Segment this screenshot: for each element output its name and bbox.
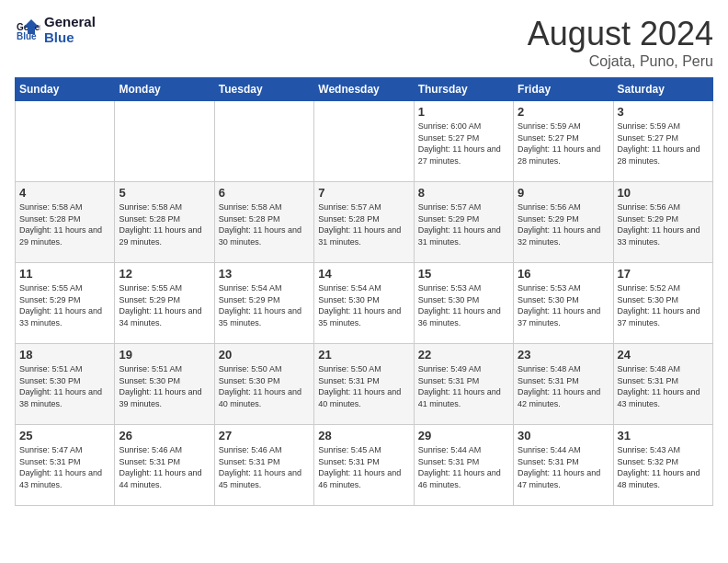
day-number: 25	[19, 429, 110, 442]
page-subtitle: Cojata, Puno, Peru	[528, 53, 713, 70]
day-info: Sunrise: 5:44 AM Sunset: 5:31 PM Dayligh…	[518, 444, 609, 490]
day-info: Sunrise: 5:47 AM Sunset: 5:31 PM Dayligh…	[19, 444, 110, 490]
calendar-cell: 7Sunrise: 5:57 AM Sunset: 5:28 PM Daylig…	[314, 182, 414, 263]
logo-line1: General	[44, 15, 96, 30]
title-block: August 2024 Cojata, Puno, Peru	[528, 15, 713, 70]
calendar-cell: 18Sunrise: 5:51 AM Sunset: 5:30 PM Dayli…	[16, 344, 115, 425]
day-info: Sunrise: 5:56 AM Sunset: 5:29 PM Dayligh…	[518, 201, 609, 247]
calendar-cell: 4Sunrise: 5:58 AM Sunset: 5:28 PM Daylig…	[16, 182, 115, 263]
calendar-week-row: 11Sunrise: 5:55 AM Sunset: 5:29 PM Dayli…	[16, 263, 713, 344]
day-number: 30	[518, 429, 609, 442]
calendar-cell: 2Sunrise: 5:59 AM Sunset: 5:27 PM Daylig…	[514, 101, 613, 182]
day-number: 11	[19, 267, 110, 281]
calendar-cell: 13Sunrise: 5:54 AM Sunset: 5:29 PM Dayli…	[214, 263, 313, 344]
calendar-cell: 28Sunrise: 5:45 AM Sunset: 5:31 PM Dayli…	[314, 425, 414, 506]
day-info: Sunrise: 5:44 AM Sunset: 5:31 PM Dayligh…	[418, 444, 509, 490]
day-info: Sunrise: 5:50 AM Sunset: 5:31 PM Dayligh…	[318, 363, 409, 409]
day-info: Sunrise: 5:50 AM Sunset: 5:30 PM Dayligh…	[219, 363, 310, 409]
day-number: 3	[618, 105, 709, 119]
calendar-cell: 25Sunrise: 5:47 AM Sunset: 5:31 PM Dayli…	[16, 425, 115, 506]
day-number: 7	[318, 186, 409, 200]
day-number: 12	[119, 267, 210, 281]
day-number: 27	[219, 429, 310, 442]
day-header-saturday: Saturday	[613, 78, 712, 101]
day-info: Sunrise: 5:48 AM Sunset: 5:31 PM Dayligh…	[618, 363, 709, 409]
day-info: Sunrise: 5:57 AM Sunset: 5:29 PM Dayligh…	[418, 201, 509, 247]
day-header-thursday: Thursday	[414, 78, 513, 101]
day-number: 24	[618, 348, 709, 362]
day-info: Sunrise: 5:58 AM Sunset: 5:28 PM Dayligh…	[219, 201, 310, 247]
day-info: Sunrise: 5:59 AM Sunset: 5:27 PM Dayligh…	[518, 121, 609, 167]
day-info: Sunrise: 5:51 AM Sunset: 5:30 PM Dayligh…	[19, 363, 110, 409]
day-number: 15	[418, 267, 509, 281]
day-number: 19	[119, 348, 210, 362]
day-number: 20	[219, 348, 310, 362]
calendar-body: 1Sunrise: 6:00 AM Sunset: 5:27 PM Daylig…	[16, 101, 713, 506]
day-number: 23	[518, 348, 609, 362]
calendar-week-row: 4Sunrise: 5:58 AM Sunset: 5:28 PM Daylig…	[16, 182, 713, 263]
calendar-cell: 3Sunrise: 5:59 AM Sunset: 5:27 PM Daylig…	[613, 101, 712, 182]
day-number: 9	[518, 186, 609, 200]
day-info: Sunrise: 5:55 AM Sunset: 5:29 PM Dayligh…	[119, 282, 210, 328]
calendar-cell: 19Sunrise: 5:51 AM Sunset: 5:30 PM Dayli…	[115, 344, 214, 425]
day-header-friday: Friday	[514, 78, 613, 101]
calendar-cell: 26Sunrise: 5:46 AM Sunset: 5:31 PM Dayli…	[115, 425, 214, 506]
day-number: 2	[518, 105, 609, 119]
calendar-cell	[16, 101, 115, 182]
calendar-cell: 15Sunrise: 5:53 AM Sunset: 5:30 PM Dayli…	[414, 263, 513, 344]
calendar-cell: 27Sunrise: 5:46 AM Sunset: 5:31 PM Dayli…	[214, 425, 313, 506]
calendar-header-row: SundayMondayTuesdayWednesdayThursdayFrid…	[16, 78, 713, 101]
day-info: Sunrise: 5:54 AM Sunset: 5:30 PM Dayligh…	[318, 282, 409, 328]
day-number: 17	[618, 267, 709, 281]
calendar-cell: 1Sunrise: 6:00 AM Sunset: 5:27 PM Daylig…	[414, 101, 513, 182]
day-info: Sunrise: 5:49 AM Sunset: 5:31 PM Dayligh…	[418, 363, 509, 409]
calendar-cell: 31Sunrise: 5:43 AM Sunset: 5:32 PM Dayli…	[613, 425, 712, 506]
calendar-cell: 14Sunrise: 5:54 AM Sunset: 5:30 PM Dayli…	[314, 263, 414, 344]
calendar-cell	[115, 101, 214, 182]
calendar-cell: 9Sunrise: 5:56 AM Sunset: 5:29 PM Daylig…	[514, 182, 613, 263]
page-title: August 2024	[528, 15, 713, 53]
day-info: Sunrise: 6:00 AM Sunset: 5:27 PM Dayligh…	[418, 121, 509, 167]
day-number: 4	[19, 186, 110, 200]
calendar-cell: 29Sunrise: 5:44 AM Sunset: 5:31 PM Dayli…	[414, 425, 513, 506]
day-header-wednesday: Wednesday	[314, 78, 414, 101]
calendar-cell: 5Sunrise: 5:58 AM Sunset: 5:28 PM Daylig…	[115, 182, 214, 263]
day-info: Sunrise: 5:58 AM Sunset: 5:28 PM Dayligh…	[119, 201, 210, 247]
calendar-cell: 21Sunrise: 5:50 AM Sunset: 5:31 PM Dayli…	[314, 344, 414, 425]
day-number: 22	[418, 348, 509, 362]
calendar-cell: 12Sunrise: 5:55 AM Sunset: 5:29 PM Dayli…	[115, 263, 214, 344]
day-info: Sunrise: 5:52 AM Sunset: 5:30 PM Dayligh…	[618, 282, 709, 328]
day-info: Sunrise: 5:46 AM Sunset: 5:31 PM Dayligh…	[219, 444, 310, 490]
day-number: 1	[418, 105, 509, 119]
day-number: 8	[418, 186, 509, 200]
calendar-cell: 6Sunrise: 5:58 AM Sunset: 5:28 PM Daylig…	[214, 182, 313, 263]
day-number: 26	[119, 429, 210, 442]
day-info: Sunrise: 5:58 AM Sunset: 5:28 PM Dayligh…	[19, 201, 110, 247]
calendar-week-row: 18Sunrise: 5:51 AM Sunset: 5:30 PM Dayli…	[16, 344, 713, 425]
day-info: Sunrise: 5:56 AM Sunset: 5:29 PM Dayligh…	[618, 201, 709, 247]
day-info: Sunrise: 5:48 AM Sunset: 5:31 PM Dayligh…	[518, 363, 609, 409]
day-info: Sunrise: 5:57 AM Sunset: 5:28 PM Dayligh…	[318, 201, 409, 247]
calendar-cell: 24Sunrise: 5:48 AM Sunset: 5:31 PM Dayli…	[613, 344, 712, 425]
day-info: Sunrise: 5:54 AM Sunset: 5:29 PM Dayligh…	[219, 282, 310, 328]
calendar-cell: 22Sunrise: 5:49 AM Sunset: 5:31 PM Dayli…	[414, 344, 513, 425]
day-info: Sunrise: 5:53 AM Sunset: 5:30 PM Dayligh…	[418, 282, 509, 328]
calendar-cell: 30Sunrise: 5:44 AM Sunset: 5:31 PM Dayli…	[514, 425, 613, 506]
day-info: Sunrise: 5:53 AM Sunset: 5:30 PM Dayligh…	[518, 282, 609, 328]
day-info: Sunrise: 5:45 AM Sunset: 5:31 PM Dayligh…	[318, 444, 409, 490]
day-info: Sunrise: 5:43 AM Sunset: 5:32 PM Dayligh…	[618, 444, 709, 490]
calendar-week-row: 25Sunrise: 5:47 AM Sunset: 5:31 PM Dayli…	[16, 425, 713, 506]
calendar-cell: 8Sunrise: 5:57 AM Sunset: 5:29 PM Daylig…	[414, 182, 513, 263]
day-info: Sunrise: 5:55 AM Sunset: 5:29 PM Dayligh…	[19, 282, 110, 328]
day-number: 14	[318, 267, 409, 281]
day-number: 21	[318, 348, 409, 362]
calendar-week-row: 1Sunrise: 6:00 AM Sunset: 5:27 PM Daylig…	[16, 101, 713, 182]
logo: General Blue General Blue	[15, 15, 96, 45]
day-info: Sunrise: 5:51 AM Sunset: 5:30 PM Dayligh…	[119, 363, 210, 409]
calendar-cell: 10Sunrise: 5:56 AM Sunset: 5:29 PM Dayli…	[613, 182, 712, 263]
calendar-table: SundayMondayTuesdayWednesdayThursdayFrid…	[15, 77, 713, 506]
calendar-cell: 17Sunrise: 5:52 AM Sunset: 5:30 PM Dayli…	[613, 263, 712, 344]
logo-icon: General Blue	[15, 17, 40, 43]
day-number: 16	[518, 267, 609, 281]
calendar-cell: 23Sunrise: 5:48 AM Sunset: 5:31 PM Dayli…	[514, 344, 613, 425]
